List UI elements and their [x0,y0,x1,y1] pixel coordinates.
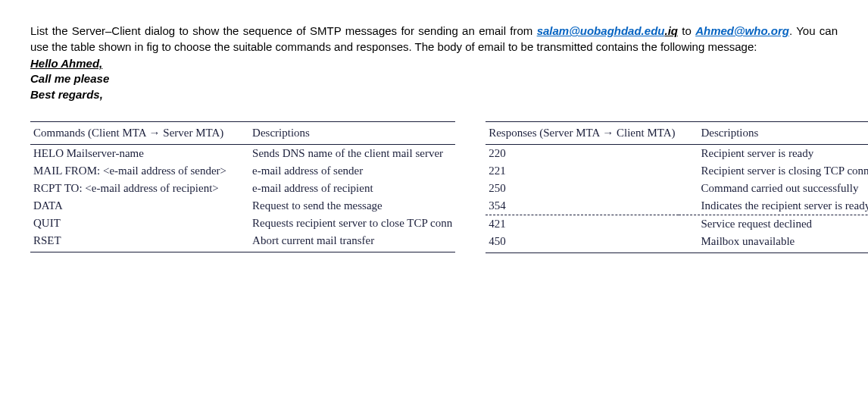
responses-table: Responses (Server MTA → Client MTA) Desc… [486,121,868,253]
cmd-cell: HELO Mailserver-name [30,144,229,162]
responses-header-desc: Descriptions [679,121,868,144]
desc-cell: Requests recipient server to close TCP c… [229,215,455,232]
commands-table: Commands (Client MTA → Server MTA) Descr… [30,121,455,253]
code-cell: 221 [486,162,678,180]
cmd-cell: QUIT [30,215,229,232]
desc-cell: Mailbox unavailable [679,233,868,253]
table-row: 221Recipient server is closing TCP conne… [486,162,868,180]
desc-cell: Sends DNS name of the client mail server [229,144,455,162]
email-body-line3: Best regards, [30,87,838,102]
email-body-line1: Hello Ahmed, [30,56,838,71]
code-cell: 220 [486,144,678,162]
table-row: MAIL FROM: <e-mail address of sender>e-m… [30,162,455,180]
desc-cell: e-mail address of recipient [229,180,455,197]
cmd-cell: RSET [30,232,229,252]
table-row: RSETAbort current mail transfer [30,232,455,252]
sender-email: salam@uobaghdad.edu [537,24,665,37]
sender-email-suffix: .iq [664,24,678,37]
code-cell: 450 [486,233,678,253]
cmd-cell: RCPT TO: <e-mail address of recipient> [30,180,229,197]
intro-part-a: List the Server–Client dialog to show th… [30,24,537,37]
table-row: HELO Mailserver-nameSends DNS name of th… [30,144,455,162]
desc-cell: Recipient server is ready [679,144,868,162]
recipient-email: Ahmed@who.org [695,24,789,37]
desc-cell: Recipient server is closing TCP connecti… [679,162,868,180]
desc-cell: Indicates the recipient server is ready … [679,197,868,215]
code-cell: 250 [486,180,678,197]
question-text: List the Server–Client dialog to show th… [30,23,838,55]
desc-cell: Abort current mail transfer [229,232,455,252]
table-row: 250Command carried out successfully [486,180,868,197]
code-cell: 354 [486,197,678,215]
table-row: 421Service request declined [486,215,868,233]
commands-header-desc: Descriptions [229,121,455,144]
table-row: DATARequest to send the message [30,197,455,215]
desc-cell: Service request declined [679,215,868,233]
table-row: QUITRequests recipient server to close T… [30,215,455,232]
table-row: 220Recipient server is ready [486,144,868,162]
commands-header-cmd: Commands (Client MTA → Server MTA) [30,121,229,144]
desc-cell: Command carried out successfully [679,180,868,197]
reference-tables: Commands (Client MTA → Server MTA) Descr… [30,121,838,253]
table-row: RCPT TO: <e-mail address of recipient>e-… [30,180,455,197]
desc-cell: Request to send the message [229,197,455,215]
intro-part-b: to [678,24,695,37]
cmd-cell: MAIL FROM: <e-mail address of sender> [30,162,229,180]
table-row: 354Indicates the recipient server is rea… [486,197,868,215]
desc-cell: e-mail address of sender [229,162,455,180]
table-row: 450Mailbox unavailable [486,233,868,253]
email-body: Hello Ahmed, Call me please Best regards… [30,56,838,102]
code-cell: 421 [486,215,678,233]
email-body-line2: Call me please [30,71,838,86]
cmd-cell: DATA [30,197,229,215]
responses-header-code: Responses (Server MTA → Client MTA) [486,121,678,144]
